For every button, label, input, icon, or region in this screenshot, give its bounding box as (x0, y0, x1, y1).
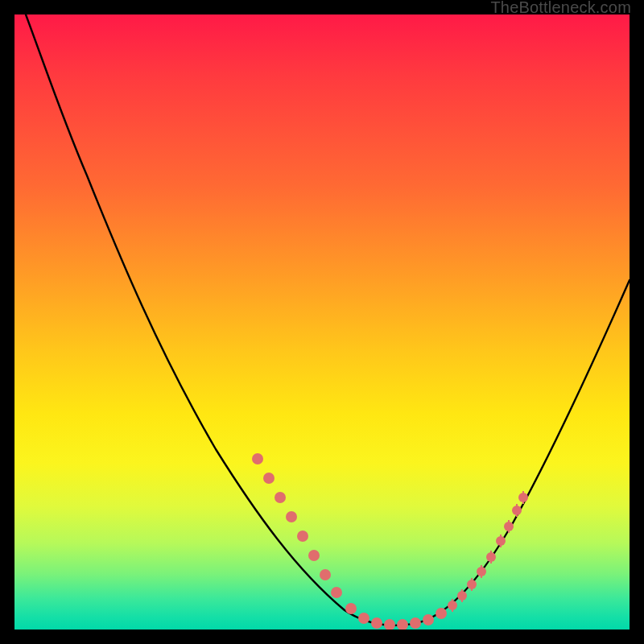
svg-point-7 (331, 587, 342, 598)
svg-point-6 (320, 569, 331, 580)
svg-point-11 (384, 619, 395, 630)
svg-point-8 (345, 603, 357, 614)
svg-point-14 (423, 614, 434, 625)
chart-frame (14, 14, 630, 630)
chart-overlay (14, 14, 630, 630)
bottleneck-curve (26, 14, 630, 625)
svg-point-9 (358, 613, 369, 624)
svg-point-5 (308, 550, 320, 561)
svg-point-13 (410, 617, 421, 629)
svg-point-3 (286, 511, 297, 522)
svg-point-2 (275, 492, 286, 503)
svg-point-10 (371, 617, 382, 629)
svg-point-4 (297, 530, 308, 542)
svg-point-12 (397, 619, 408, 630)
markers-right-cluster (448, 491, 528, 612)
svg-point-0 (252, 453, 263, 464)
markers-left-cluster (252, 453, 342, 598)
svg-point-15 (436, 608, 447, 619)
svg-point-1 (263, 473, 275, 484)
watermark-text: TheBottleneck.com (490, 0, 631, 17)
